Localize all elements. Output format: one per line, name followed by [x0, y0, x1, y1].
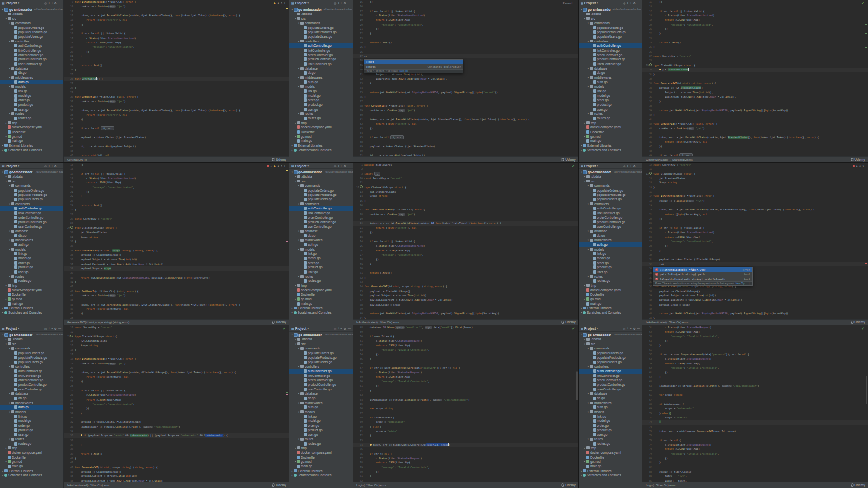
code-line[interactable]: 80 }) [642, 456, 868, 460]
tree-item-product.go[interactable]: product.go [0, 428, 63, 432]
tree-item-populateUsers.go[interactable]: populateUsers.go [0, 34, 63, 39]
code-line[interactable]: 50 [353, 149, 578, 153]
locate-icon[interactable]: ◎ [44, 327, 47, 330]
code-line[interactable]: 40 [353, 113, 578, 117]
tree-item-External-Libraries[interactable]: ▸External Libraries [289, 306, 353, 310]
expand-all-icon[interactable]: ↕ [48, 164, 50, 167]
code-line[interactable]: 14 }) [64, 23, 289, 27]
code-line[interactable]: 45 if err != nil 0, err [353, 135, 578, 139]
code-line[interactable]: 44 cookie := c.Cookies(key: "jwt") [64, 293, 289, 298]
code-line[interactable]: 14 Scope string [642, 181, 868, 185]
code-line[interactable]: 12 token, err := jwt.ParseWithClaims(coo… [64, 14, 289, 18]
tree-item-main.go[interactable]: main.go [579, 464, 642, 468]
tree-item-populateOrders.go[interactable]: populateOrders.go [289, 26, 353, 30]
tree-item-docker-compose.yaml[interactable]: docker-compose.yaml [289, 450, 353, 455]
hide-icon[interactable]: — [348, 327, 351, 330]
code-line[interactable]: 19 return c.JSON(fiber.Map{ [642, 18, 868, 22]
code-editor[interactable]: 48 database.DB.Where(query: "email = ?",… [353, 325, 578, 482]
code-line[interactable]: 45 [64, 298, 289, 302]
code-line[interactable]: 22 }) [642, 217, 868, 221]
locate-icon[interactable]: ◎ [334, 327, 336, 330]
code-line[interactable]: 72 } [642, 420, 868, 424]
code-line[interactable]: 42 [64, 140, 289, 144]
tree-item-productController.go[interactable]: productController.go [0, 220, 63, 224]
code-line[interactable]: 49 payload := token.Claims.(*jwt.Standar… [353, 144, 578, 149]
code-line[interactable]: 13 return []byte("secret"), nil [64, 18, 289, 22]
tree-item-src[interactable]: ▾src [0, 16, 63, 21]
code-line[interactable]: 31 return c.Next() [353, 271, 578, 275]
tree-item-database[interactable]: ▾database [579, 66, 642, 70]
code-line[interactable]: 10 cookie := c.Cookies(key: "jwt") [64, 4, 289, 9]
type-gutter-icon[interactable] [360, 185, 363, 188]
tree-item-routes.go[interactable]: routes.go [289, 279, 353, 283]
code-line[interactable]: 29 } [642, 249, 868, 253]
tree-item-controllers[interactable]: ▾controllers [579, 364, 642, 369]
code-line[interactable]: 38 [64, 447, 289, 451]
code-line[interactable]: 29 [64, 90, 289, 95]
hide-icon[interactable]: — [348, 164, 351, 167]
tree-item-tmp[interactable]: ▸tmp [289, 446, 353, 450]
tree-item-model.go[interactable]: model.go [579, 93, 642, 98]
project-tool-title[interactable]: Project [6, 164, 17, 167]
tree-item-product.go[interactable]: product.go [0, 102, 63, 107]
code-line[interactable]: 21 }) [64, 190, 289, 194]
code-line[interactable]: 37 payload.ExpiresAt = time.Now().Add(ti… [353, 298, 578, 302]
code-line[interactable]: 45 token, err := jwt.ParseWithClaims(coo… [642, 135, 868, 139]
code-line[interactable]: 21 return []byte(SecretKey), nil [642, 212, 868, 217]
code-line[interactable]: 77 c.Status(fiber.StatusBadRequest) [642, 443, 868, 447]
error-stripe-mark[interactable] [865, 47, 867, 48]
tree-item-db.go[interactable]: db.go [579, 396, 642, 400]
tree-item-controllers[interactable]: ▾controllers [579, 39, 642, 43]
tree-item-Dockerfile[interactable]: Dockerfile [0, 293, 63, 297]
code-line[interactable]: 44 [642, 131, 868, 135]
chevron-down-icon[interactable]: ▾ [597, 327, 598, 330]
error-stripe-mark[interactable] [865, 24, 867, 25]
error-stripe-mark[interactable] [286, 170, 288, 171]
locate-icon[interactable]: ◎ [623, 327, 625, 330]
tree-item-models[interactable]: ▾models [0, 247, 63, 251]
project-tool-title[interactable]: Project [584, 1, 596, 5]
code-line[interactable]: 30func GetUserId(c *fiber.Ctx) (uint, er… [64, 95, 289, 99]
code-line[interactable]: 23 [353, 36, 578, 41]
tree-item-populateUsers.go[interactable]: populateUsers.go [289, 34, 353, 39]
code-line[interactable]: 16 if err != nil || !token.Valid { [64, 31, 289, 36]
code-editor[interactable]: 1package middlewares23import ...10const … [353, 163, 578, 320]
tree-item-product.go[interactable]: product.go [289, 102, 353, 107]
code-line[interactable]: 21 } [64, 54, 289, 58]
tree-item-order.go[interactable]: order.go [0, 261, 63, 265]
tree-item-link.go[interactable]: link.go [579, 89, 642, 93]
completion-item[interactable]: fpath.IsAbs(path string) pathbool [653, 272, 752, 277]
code-line[interactable]: 28 }) [353, 257, 578, 262]
expand-all-icon[interactable]: ↕ [338, 327, 339, 330]
code-line[interactable]: 41 payload.Scope = scope [642, 303, 868, 307]
code-line[interactable]: 34func GenerateJWT(id uint, scope string… [353, 284, 578, 289]
code-line[interactable]: 43func GetUserId(c *fiber.Ctx) (uint, er… [64, 289, 289, 293]
code-line[interactable]: 41 [642, 117, 868, 122]
collapse-all-icon[interactable]: ÷ [340, 164, 342, 167]
code-line[interactable]: 31 payload := token.Claims.(*ClaimsWithS… [642, 257, 868, 262]
tree-item-go.mod[interactable]: ▸go.mod [579, 134, 642, 139]
tree-item-controllers[interactable]: ▾controllers [289, 39, 353, 43]
tree-item-link.go[interactable]: link.go [289, 414, 353, 418]
settings-icon[interactable]: ⚙ [633, 164, 636, 167]
code-line[interactable]: 63 [642, 379, 868, 384]
scrollbar-thumb[interactable] [576, 371, 578, 400]
type-gutter-icon[interactable] [70, 335, 73, 337]
code-line[interactable]: 53 "message": "Invalid Credentials", [353, 348, 578, 352]
error-stripe-mark[interactable] [286, 394, 288, 395]
tree-item-orderController.go[interactable]: orderController.go [579, 215, 642, 220]
code-line[interactable]: 47 return []byte(SecretKey), nil [64, 307, 289, 311]
code-line[interactable]: 36} [353, 95, 578, 99]
code-line[interactable]: 23 [64, 199, 289, 203]
code-line[interactable]: 20 "message": "unauthenticated", [64, 185, 289, 190]
code-line[interactable]: 44 [64, 149, 289, 153]
tree-item-database[interactable]: ▾database [289, 229, 353, 233]
tree-item-docker-compose.yaml[interactable]: docker-compose.yaml [579, 125, 642, 129]
code-line[interactable]: 73 [642, 425, 868, 429]
code-line[interactable]: 9func IsAuthenticated(c *fiber.Ctx) erro… [64, 0, 289, 4]
tree-item-routes.go[interactable]: routes.go [0, 279, 63, 283]
tree-item-commands[interactable]: ▾commands [289, 183, 353, 188]
tree-item-src[interactable]: ▾src [289, 342, 353, 346]
code-line[interactable]: 83 cookie := fiber.Cookie{ [642, 470, 868, 474]
tree-item-user.go[interactable]: user.go [289, 107, 353, 112]
